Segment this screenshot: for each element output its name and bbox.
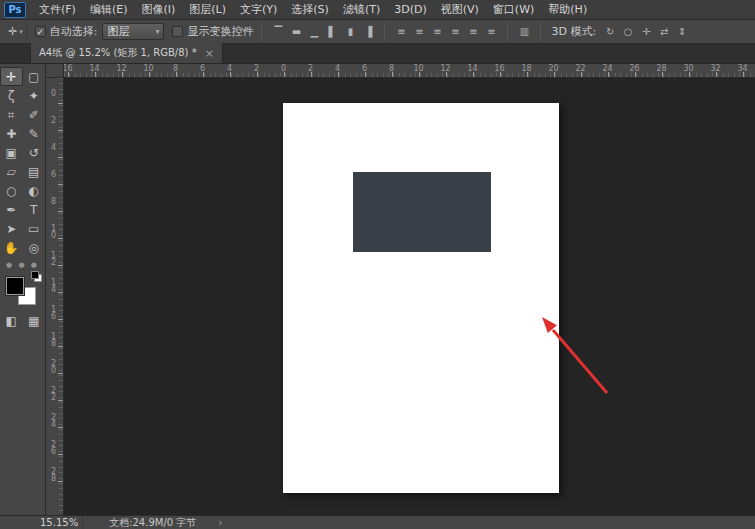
tool-preset-picker[interactable]: ✛ ▾ [5, 23, 27, 40]
ruler-tick-label: 6 [189, 64, 216, 78]
menu-item[interactable]: 滤镜(T) [336, 0, 387, 19]
eraser-tool[interactable]: ▱ [0, 162, 23, 181]
rectangular-marquee-tool[interactable]: ▢ [23, 67, 46, 86]
tool-icon: ◧ [6, 314, 17, 328]
auto-select-target-dropdown[interactable]: 图层 ▾ [102, 23, 164, 40]
ruler-tick-label: 20 [540, 64, 567, 78]
menu-item[interactable]: 图层(L) [182, 0, 233, 19]
distribute-left-edges-icon[interactable]: ≡ [447, 24, 463, 40]
clone-stamp-tool[interactable]: ▣ [0, 143, 23, 162]
auto-select-checkbox[interactable]: ✓ [35, 26, 46, 37]
ruler-tick-label: 2 [243, 64, 270, 78]
show-transform-controls-label: 显示变换控件 [187, 24, 253, 39]
align-bottom-edges-icon[interactable]: ▁ [306, 24, 322, 40]
zoom-level-field[interactable]: 15.15% [36, 516, 83, 529]
document-tab[interactable]: A4纸 @ 15.2% (矩形 1, RGB/8) * × [30, 43, 223, 63]
show-transform-controls-checkbox[interactable] [172, 26, 183, 37]
distribute-vertical-centers-icon[interactable]: ≡ [411, 24, 427, 40]
align-top-edges-icon[interactable]: ▔ [270, 24, 286, 40]
ruler-tick-label: 32 [702, 64, 729, 78]
ruler-tick-label: 16 [49, 306, 58, 333]
vertical-ruler[interactable]: 20246810121416182022242628 [46, 78, 64, 515]
tool-icon: ζ [8, 89, 15, 103]
distribute-bottom-edges-icon[interactable]: ≡ [429, 24, 445, 40]
path-selection-tool[interactable]: ➤ [0, 219, 23, 238]
spot-healing-brush-tool[interactable]: ✚ [0, 124, 23, 143]
workspace: ✛ ▢ ζ ✦ ⌗ [0, 64, 755, 515]
more-tools-button[interactable]: ● ● ● [0, 261, 45, 269]
align-horizontal-centers-icon[interactable]: ▮ [342, 24, 358, 40]
crop-tool[interactable]: ⌗ [0, 105, 23, 124]
tool-options-bar: ✛ ▾ ✓ 自动选择: 图层 ▾ 显示变换控件 ▔▬▁▌▮▐ ≡≡≡≡≡≡ ▥ … [0, 20, 755, 44]
ruler-tick-label: 14 [459, 64, 486, 78]
3d-rotate-icon[interactable]: ↻ [602, 24, 618, 40]
brush-tool[interactable]: ✎ [23, 124, 46, 143]
3d-scale-icon[interactable]: ⇕ [674, 24, 690, 40]
ruler-tick-label: 2 [297, 64, 324, 78]
status-popup-chevron[interactable]: › [218, 516, 222, 529]
ruler-tick-label: 12 [49, 252, 58, 279]
type-tool[interactable]: T [23, 200, 46, 219]
distribute-right-edges-icon[interactable]: ≡ [483, 24, 499, 40]
ruler-tick-label: 18 [513, 64, 540, 78]
blur-tool[interactable]: ○ [0, 181, 23, 200]
eyedropper-tool[interactable]: ✐ [23, 105, 46, 124]
3d-slide-icon[interactable]: ⇄ [656, 24, 672, 40]
lasso-tool[interactable]: ζ [0, 86, 23, 105]
menu-item[interactable]: 帮助(H) [541, 0, 594, 19]
menu-item[interactable]: 编辑(E) [83, 0, 135, 19]
move-tool[interactable]: ✛ [0, 67, 23, 86]
ruler-tick-label: 16 [64, 64, 81, 78]
separator [261, 23, 262, 41]
separator [384, 23, 385, 41]
foreground-color-swatch[interactable] [6, 277, 24, 295]
default-colors-icon[interactable] [31, 271, 42, 282]
dodge-tool[interactable]: ◐ [23, 181, 46, 200]
menu-item[interactable]: 文件(F) [32, 0, 83, 19]
tool-icon: ◎ [29, 241, 39, 255]
rectangle-tool[interactable]: ▭ [23, 219, 46, 238]
quick-mask-icon[interactable]: ◧ [0, 311, 23, 330]
distribute-horizontal-centers-icon[interactable]: ≡ [465, 24, 481, 40]
align-vertical-centers-icon[interactable]: ▬ [288, 24, 304, 40]
menu-item[interactable]: 选择(S) [284, 0, 336, 19]
align-left-edges-icon[interactable]: ▌ [324, 24, 340, 40]
align-right-edges-icon[interactable]: ▐ [360, 24, 376, 40]
horizontal-ruler[interactable]: 1614121086420246810121416182022242628303… [64, 64, 755, 78]
auto-select-label: 自动选择: [50, 24, 98, 39]
align-icons-group: ▔▬▁▌▮▐ [270, 24, 376, 40]
tool-icon: ✋ [4, 241, 19, 255]
tool-icon: ⌗ [8, 108, 15, 122]
distribute-icons-group: ≡≡≡≡≡≡ [393, 24, 499, 40]
status-bar: 15.15% 文档:24.9M/0 字节 › [0, 515, 755, 529]
zoom-tool[interactable]: ◎ [23, 238, 46, 257]
quick-selection-tool[interactable]: ✦ [23, 86, 46, 105]
rectangle-shape-layer[interactable] [353, 172, 491, 252]
history-brush-tool[interactable]: ↺ [23, 143, 46, 162]
tool-icon: ✛ [6, 70, 16, 84]
screen-mode-icon[interactable]: ▦ [23, 311, 46, 330]
pen-tool[interactable]: ✒ [0, 200, 23, 219]
document-page[interactable] [283, 103, 559, 493]
3d-drag-icon[interactable]: ✛ [638, 24, 654, 40]
menu-item[interactable]: 窗口(W) [486, 0, 541, 19]
ruler-tick-label: 2 [49, 117, 58, 144]
chevron-down-icon: ▾ [19, 28, 23, 36]
ruler-tick-label: 4 [49, 144, 58, 171]
ruler-tick-label: 10 [49, 225, 58, 252]
ruler-tick-label: 6 [49, 171, 58, 198]
close-icon[interactable]: × [205, 47, 214, 60]
menu-item[interactable]: 图像(I) [134, 0, 182, 19]
menu-item[interactable]: 文字(Y) [233, 0, 284, 19]
menu-item[interactable]: 视图(V) [434, 0, 486, 19]
menu-item[interactable]: 3D(D) [387, 0, 434, 19]
auto-align-layers-icon[interactable]: ▥ [516, 24, 532, 40]
3d-roll-icon[interactable]: ○ [620, 24, 636, 40]
canvas-area[interactable] [64, 78, 755, 515]
ruler-tick-label: 26 [49, 441, 58, 468]
toolbar-bottom-icons: ◧▦ [0, 311, 45, 330]
gradient-tool[interactable]: ▤ [23, 162, 46, 181]
hand-tool[interactable]: ✋ [0, 238, 23, 257]
ruler-tick-label: 26 [621, 64, 648, 78]
distribute-top-edges-icon[interactable]: ≡ [393, 24, 409, 40]
